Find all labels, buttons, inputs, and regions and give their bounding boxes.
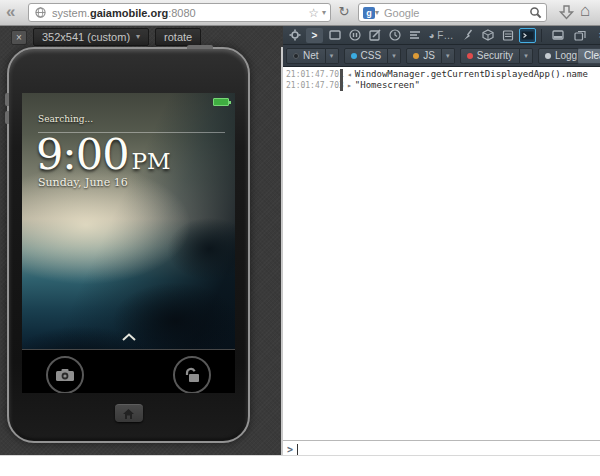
search-box[interactable]: g ▾ Google bbox=[358, 3, 547, 22]
devtools-window-controls: × bbox=[539, 28, 600, 43]
rdm-rotate-label: rotate bbox=[164, 29, 192, 45]
clock-meridiem: PM bbox=[132, 148, 171, 174]
filter-security-dropdown[interactable]: ▾ bbox=[520, 48, 533, 64]
tab-profiler-clock-icon[interactable] bbox=[386, 28, 403, 43]
console-prompt: > bbox=[287, 444, 293, 455]
dock-bottom-icon[interactable] bbox=[549, 28, 566, 43]
filter-js-label: JS bbox=[423, 49, 435, 63]
chevron-down-icon: ▾ bbox=[136, 33, 140, 41]
url-text: system.gaiamobile.org:8080 bbox=[52, 7, 196, 19]
console-message: ▸ "Homescreen" bbox=[340, 80, 420, 91]
filter-css-label: CSS bbox=[361, 49, 382, 63]
browser-toolbar: « system.gaiamobile.org:8080 ☆ ▾ ↻ g ▾ G… bbox=[0, 0, 600, 26]
device-screen[interactable]: Searching... 9:00PM Sunday, June 16 bbox=[22, 93, 235, 393]
carrier-status: Searching... bbox=[38, 114, 93, 124]
filter-css-button[interactable]: CSS bbox=[344, 48, 389, 64]
input-arrow-icon: ◂ bbox=[347, 70, 352, 79]
clock-time: 9:00 bbox=[36, 129, 129, 179]
download-icon[interactable] bbox=[558, 4, 575, 21]
filter-security-label: Security bbox=[477, 49, 513, 63]
unlock-icon bbox=[183, 367, 201, 383]
globe-icon bbox=[35, 7, 46, 18]
console-output-text: "Homescreen" bbox=[355, 80, 420, 91]
camera-button[interactable] bbox=[46, 356, 84, 393]
back-icon[interactable]: « bbox=[6, 2, 13, 22]
text-cursor bbox=[297, 444, 298, 455]
tab-webconsole[interactable]: > bbox=[306, 28, 323, 43]
bookmark-star-icon[interactable]: ☆ bbox=[308, 7, 319, 19]
url-subdomain: system. bbox=[52, 7, 90, 19]
clean-broom-icon[interactable] bbox=[459, 28, 476, 43]
lockscreen-date: Sunday, June 16 bbox=[38, 176, 128, 189]
options-gear-icon[interactable] bbox=[286, 28, 303, 43]
firebug-icon[interactable]: ◕ F… bbox=[426, 28, 456, 43]
responsive-mode-panel: × 352x541 (custom) ▾ rotate Searching...… bbox=[0, 26, 283, 455]
filter-group-security: Security ▾ bbox=[460, 48, 533, 64]
search-engine-icon[interactable]: g bbox=[363, 7, 375, 19]
rdm-toolbar: × 352x541 (custom) ▾ rotate bbox=[0, 26, 283, 48]
lockscreen-button-panel bbox=[22, 349, 235, 393]
reload-icon[interactable]: ↻ bbox=[336, 4, 352, 20]
output-arrow-icon: ▸ bbox=[347, 81, 352, 90]
urlbar-dropdown-icon[interactable]: ▾ bbox=[322, 9, 326, 17]
tilt-3d-cube-icon[interactable] bbox=[479, 28, 496, 43]
console-output[interactable]: 21:01:47.701 ◂ WindowManager.getCurrentD… bbox=[283, 67, 600, 440]
power-button bbox=[187, 45, 213, 49]
console-input-text: WindowManager.getCurrentDisplayedApp().n… bbox=[355, 69, 588, 80]
filter-css-dropdown[interactable]: ▾ bbox=[388, 48, 401, 64]
developer-toolbar-icon[interactable] bbox=[519, 28, 536, 43]
filter-group-css: CSS ▾ bbox=[344, 48, 402, 64]
timestamp: 21:01:47.701 bbox=[283, 69, 340, 80]
device-home-button[interactable] bbox=[115, 404, 143, 422]
url-bar[interactable]: system.gaiamobile.org:8080 ☆ ▾ bbox=[28, 3, 331, 22]
timestamp: 21:01:47.703 bbox=[283, 80, 340, 91]
tab-debugger[interactable] bbox=[346, 28, 363, 43]
rdm-size-dropdown[interactable]: 352x541 (custom) ▾ bbox=[33, 28, 149, 46]
close-icon[interactable]: × bbox=[593, 28, 600, 43]
filter-net-label: Net bbox=[303, 49, 319, 63]
search-engine-dropdown-icon[interactable]: ▾ bbox=[375, 9, 379, 17]
devtools-tabstrip: > bbox=[283, 26, 600, 45]
clear-console-button[interactable]: Clear bbox=[577, 48, 600, 64]
security-dot-icon bbox=[467, 53, 473, 59]
filter-js-button[interactable]: JS bbox=[406, 48, 442, 64]
search-icon[interactable] bbox=[529, 6, 542, 19]
rdm-size-label: 352x541 (custom) bbox=[42, 29, 130, 45]
filter-group-net: Net ▾ bbox=[286, 48, 339, 64]
chevron-up-icon[interactable] bbox=[121, 333, 137, 341]
volume-down-button bbox=[5, 111, 9, 124]
bottom-background bbox=[0, 455, 600, 476]
undock-window-icon[interactable] bbox=[571, 28, 588, 43]
filter-security-button[interactable]: Security bbox=[460, 48, 520, 64]
css-dot-icon bbox=[351, 53, 357, 59]
console-filter-bar: Net ▾ CSS ▾ JS ▾ bbox=[283, 45, 600, 67]
scratchpad-icon[interactable] bbox=[499, 28, 516, 43]
screenshot-root: « system.gaiamobile.org:8080 ☆ ▾ ↻ g ▾ G… bbox=[0, 0, 600, 476]
volume-up-button bbox=[5, 93, 9, 106]
rdm-rotate-button[interactable]: rotate bbox=[155, 28, 201, 46]
net-dot-icon bbox=[293, 53, 299, 59]
toolbar-separator bbox=[541, 29, 542, 42]
devtools-panel: > bbox=[283, 26, 600, 457]
filter-net-button[interactable]: Net bbox=[286, 48, 326, 64]
logging-dot-icon bbox=[545, 53, 551, 59]
url-domain: gaiamobile.org bbox=[90, 7, 168, 19]
js-dot-icon bbox=[413, 53, 419, 59]
filter-net-dropdown[interactable]: ▾ bbox=[326, 48, 339, 64]
tab-style-editor[interactable] bbox=[366, 28, 383, 43]
rdm-close-button[interactable]: × bbox=[11, 30, 27, 45]
console-message: ◂ WindowManager.getCurrentDisplayedApp()… bbox=[340, 69, 588, 80]
browser-home-icon[interactable]: ⌂ bbox=[580, 1, 590, 21]
url-port: :8080 bbox=[168, 7, 196, 19]
console-row-input[interactable]: 21:01:47.701 ◂ WindowManager.getCurrentD… bbox=[283, 69, 600, 80]
search-placeholder: Google bbox=[384, 7, 419, 19]
battery-icon bbox=[213, 98, 229, 106]
tab-network-icon[interactable] bbox=[406, 28, 423, 43]
unlock-button[interactable] bbox=[173, 356, 211, 393]
tab-inspector[interactable] bbox=[326, 28, 343, 43]
filter-js-dropdown[interactable]: ▾ bbox=[442, 48, 455, 64]
lockscreen-clock: 9:00PM bbox=[36, 133, 171, 176]
home-icon bbox=[123, 409, 134, 419]
console-row-output[interactable]: 21:01:47.703 ▸ "Homescreen" bbox=[283, 80, 600, 91]
camera-icon bbox=[55, 368, 75, 382]
